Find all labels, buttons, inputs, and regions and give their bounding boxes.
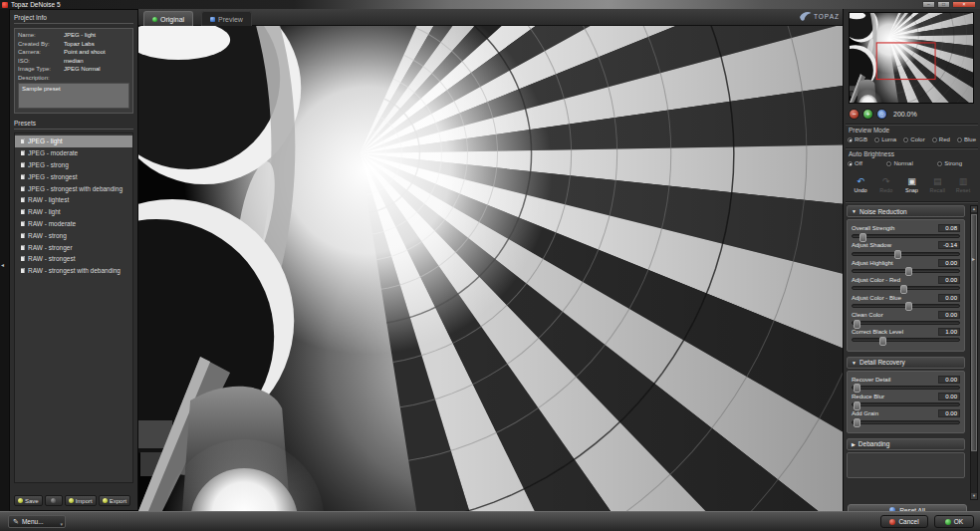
preset-item[interactable]: JPEG - strongest with debanding bbox=[15, 182, 132, 194]
preset-actions: Save Import Export bbox=[14, 495, 133, 506]
section-header-debanding[interactable]: ▶Debanding bbox=[847, 438, 965, 450]
left-panel-collapse-strip[interactable]: ◂ bbox=[0, 9, 9, 511]
slider-value[interactable]: 0.00 bbox=[938, 259, 960, 267]
preview-mode-option-blue[interactable]: Blue bbox=[957, 136, 976, 142]
slider-track[interactable] bbox=[852, 321, 960, 325]
preview-mode-option-color[interactable]: Color bbox=[903, 136, 924, 142]
slider-track[interactable] bbox=[852, 269, 960, 273]
auto-brightness-option-strong[interactable]: Strong bbox=[937, 160, 962, 166]
minimize-button[interactable]: – bbox=[922, 1, 935, 8]
auto-brightness-option-off[interactable]: Off bbox=[848, 160, 862, 166]
slider-track[interactable] bbox=[852, 234, 960, 238]
redo-button[interactable]: ↷Redo bbox=[874, 171, 898, 199]
slider-knob[interactable] bbox=[879, 337, 886, 346]
adjustments-scrollbar[interactable]: ▲ ▼ bbox=[970, 205, 978, 500]
slider-knob[interactable] bbox=[900, 285, 907, 294]
slider-value[interactable]: 0.00 bbox=[938, 311, 960, 319]
ok-button[interactable]: OK bbox=[934, 515, 974, 528]
collapse-right-icon[interactable]: ▸ bbox=[972, 255, 975, 262]
export-preset-button[interactable]: Export bbox=[99, 495, 130, 506]
slider-value[interactable]: 0.00 bbox=[938, 376, 960, 384]
close-button[interactable]: × bbox=[952, 1, 976, 8]
zoom-out-button[interactable]: − bbox=[849, 109, 859, 120]
preset-item-label: RAW - stronger bbox=[28, 244, 73, 251]
slider-knob[interactable] bbox=[894, 250, 901, 259]
project-info-box: Name:JPEG - lightCreated By:Topaz LabsCa… bbox=[14, 28, 133, 114]
recall-button[interactable]: ▤Recall bbox=[925, 171, 949, 199]
preset-item[interactable]: RAW - moderate bbox=[15, 218, 132, 230]
delete-preset-button[interactable] bbox=[45, 495, 63, 506]
image-canvas[interactable] bbox=[138, 26, 843, 511]
preset-item[interactable]: JPEG - moderate bbox=[15, 147, 132, 159]
slider-knob[interactable] bbox=[905, 302, 912, 311]
preset-file-icon bbox=[21, 256, 25, 261]
preset-item[interactable]: RAW - light bbox=[15, 206, 132, 218]
slider-value[interactable]: 0.00 bbox=[938, 294, 960, 302]
slider-track[interactable] bbox=[852, 420, 960, 424]
slider-knob[interactable] bbox=[854, 320, 860, 329]
preview-mode-option-rgb[interactable]: RGB bbox=[848, 136, 867, 142]
preview-square-icon bbox=[210, 17, 215, 22]
preview-mode-option-luma[interactable]: Luma bbox=[874, 136, 896, 142]
slider-track[interactable] bbox=[852, 386, 960, 390]
tab-original[interactable]: Original bbox=[143, 11, 193, 26]
expand-triangle-icon: ▶ bbox=[852, 441, 856, 447]
slider-knob[interactable] bbox=[854, 401, 860, 410]
maximize-button[interactable]: □ bbox=[937, 1, 950, 8]
slider-value[interactable]: 0.08 bbox=[938, 224, 960, 232]
radio-label: Blue bbox=[964, 136, 976, 142]
zoom-fit-button[interactable]: ◎ bbox=[876, 109, 887, 120]
presets-heading: Presets bbox=[14, 120, 133, 130]
title-bar[interactable]: Topaz DeNoise 5 – □ × bbox=[0, 0, 980, 9]
preset-item[interactable]: RAW - stronger bbox=[15, 241, 132, 253]
slider-value[interactable]: 0.00 bbox=[938, 393, 960, 400]
slider-knob[interactable] bbox=[854, 384, 860, 393]
reset-button[interactable]: ▥Reset bbox=[951, 171, 975, 199]
cancel-button[interactable]: Cancel bbox=[880, 515, 928, 528]
radio-icon bbox=[937, 161, 942, 166]
slider-track[interactable] bbox=[852, 252, 960, 256]
preset-item[interactable]: JPEG - strong bbox=[15, 159, 132, 171]
slider-knob[interactable] bbox=[859, 233, 866, 242]
project-info-row: Name:JPEG - light bbox=[18, 32, 129, 38]
preset-item-label: JPEG - strongest with debanding bbox=[28, 185, 122, 192]
preset-item[interactable]: JPEG - light bbox=[15, 135, 132, 147]
scroll-up-icon[interactable]: ▲ bbox=[971, 206, 977, 212]
zoom-in-button[interactable]: + bbox=[862, 109, 873, 120]
slider-value[interactable]: -0.14 bbox=[938, 241, 960, 249]
preset-item-label: RAW - strongest with debanding bbox=[28, 267, 121, 274]
slider-track[interactable] bbox=[852, 338, 960, 342]
save-preset-button[interactable]: Save bbox=[14, 495, 43, 506]
auto-brightness-option-normal[interactable]: Normal bbox=[886, 160, 912, 166]
preset-item[interactable]: RAW - strongest with debanding bbox=[15, 265, 132, 277]
scrollbar-thumb[interactable] bbox=[971, 214, 977, 451]
slider-value[interactable]: 0.00 bbox=[938, 409, 960, 417]
section-header-noise-reduction[interactable]: ▼Noise Reduction bbox=[847, 205, 965, 217]
description-field[interactable]: Sample preset bbox=[18, 83, 129, 109]
slider-knob[interactable] bbox=[854, 418, 860, 427]
preset-item[interactable]: RAW - strong bbox=[15, 229, 132, 241]
collapse-triangle-icon: ▼ bbox=[852, 360, 857, 366]
preset-item[interactable]: RAW - strongest bbox=[15, 253, 132, 265]
scroll-down-icon[interactable]: ▼ bbox=[971, 493, 977, 499]
slider-track[interactable] bbox=[852, 402, 960, 406]
preset-item[interactable]: RAW - lightest bbox=[15, 194, 132, 206]
slider-knob[interactable] bbox=[905, 267, 912, 276]
import-preset-button[interactable]: Import bbox=[65, 495, 97, 506]
slider-row: Correct Black Level1.00 bbox=[852, 328, 960, 342]
snap-button[interactable]: ▣Snap bbox=[900, 171, 924, 199]
radio-icon bbox=[886, 161, 891, 166]
slider-value[interactable]: 1.00 bbox=[938, 328, 960, 336]
preview-mode-option-red[interactable]: Red bbox=[932, 136, 950, 142]
slider-track[interactable] bbox=[852, 286, 960, 290]
preset-file-icon bbox=[21, 245, 25, 250]
preset-item[interactable]: JPEG - strongest bbox=[15, 170, 132, 182]
navigator-thumbnail[interactable] bbox=[849, 12, 974, 104]
slider-track[interactable] bbox=[852, 304, 960, 308]
menu-button[interactable]: ✎ Menu... ▾ bbox=[8, 515, 66, 528]
slider-label: Adjust Shadow bbox=[852, 242, 891, 248]
undo-button[interactable]: ↶Undo bbox=[849, 171, 872, 199]
slider-value[interactable]: 0.00 bbox=[938, 276, 960, 284]
section-header-detail-recovery[interactable]: ▼Detail Recovery bbox=[847, 357, 965, 369]
tab-preview[interactable]: Preview bbox=[201, 11, 252, 26]
